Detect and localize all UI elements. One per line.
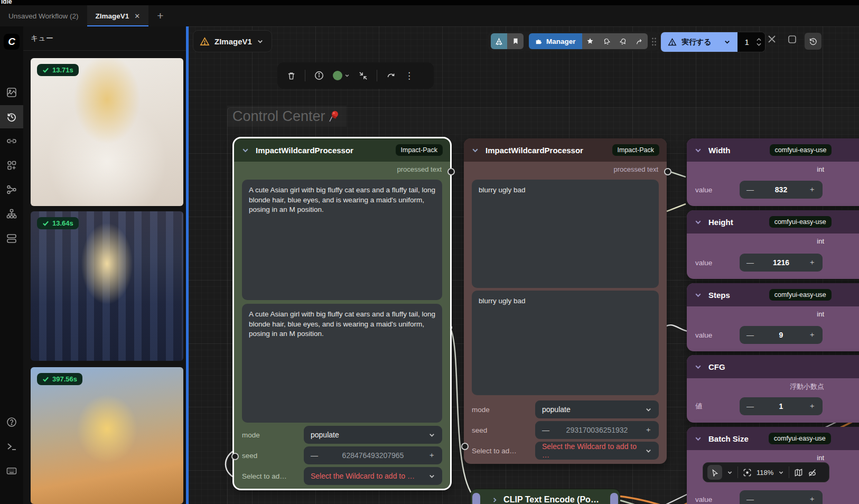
decrement-icon[interactable]: — <box>311 451 318 460</box>
node-link-icon[interactable] <box>0 129 23 153</box>
select-wildcard-dropdown[interactable]: Select the Wildcard to add to … <box>304 467 442 485</box>
decrement-icon[interactable]: — <box>746 331 754 339</box>
gallery-icon[interactable] <box>0 81 23 104</box>
value-stepper[interactable]: — 832 ＋ <box>740 181 823 199</box>
keyboard-shortcuts-icon[interactable] <box>0 459 23 482</box>
decrement-icon[interactable]: — <box>746 185 754 194</box>
tab-zimagev1[interactable]: ZImageV1 ✕ <box>87 5 149 26</box>
mode-label: mode <box>242 431 260 439</box>
node-impact-wildcard-positive[interactable]: ImpactWildcardProcessor Impact-Pack proc… <box>234 138 450 489</box>
value-stepper[interactable]: — 1 ＋ <box>740 397 823 415</box>
count-spinner[interactable] <box>757 38 765 46</box>
bookmark-button[interactable] <box>507 33 524 49</box>
collapse-chevron-icon[interactable] <box>241 146 249 154</box>
fit-view-icon[interactable] <box>743 468 752 477</box>
chevron-down-icon[interactable] <box>727 470 733 475</box>
value-stepper[interactable]: — 1216 ＋ <box>740 254 823 272</box>
minimap-icon[interactable] <box>794 468 803 477</box>
model-library-icon[interactable] <box>0 154 23 177</box>
notification-alt-button[interactable] <box>615 33 631 49</box>
node-canvas[interactable]: Control Center ZImageV1 <box>189 26 859 504</box>
populated-text-area[interactable]: blurry ugly bad <box>472 291 659 395</box>
node-graph-icon[interactable] <box>0 178 23 201</box>
queue-history-icon[interactable] <box>0 105 23 128</box>
canvas-mode-button[interactable] <box>491 33 507 49</box>
collapse-chevron-icon[interactable] <box>694 363 702 371</box>
node-steps[interactable]: Steps comfyui-easy-use int value — 9 ＋ <box>687 283 859 351</box>
tab-unsaved-workflow[interactable]: Unsaved Workflow (2) <box>0 5 87 26</box>
output-connector[interactable] <box>610 493 618 504</box>
queue-result-thumbnail[interactable]: 13.71s <box>31 58 183 206</box>
node-width[interactable]: Width comfyui-easy-use int value — 832 ＋ <box>687 138 859 206</box>
decrement-icon[interactable]: — <box>746 402 754 410</box>
select-tool-button[interactable] <box>707 465 722 480</box>
run-button[interactable]: 実行する <box>661 32 737 52</box>
collapse-chevron-icon[interactable] <box>471 146 479 154</box>
queue-result-thumbnail[interactable]: 13.64s <box>31 211 183 361</box>
wildcard-text-area[interactable]: blurry ugly bad <box>472 180 659 288</box>
notification-button[interactable] <box>599 33 615 49</box>
input-connector[interactable] <box>472 493 480 504</box>
workflow-tree-icon[interactable] <box>0 202 23 226</box>
star-button[interactable] <box>582 33 599 49</box>
stop-icon[interactable] <box>788 35 797 44</box>
mode-dropdown[interactable]: populate <box>304 426 442 444</box>
increment-icon[interactable]: ＋ <box>808 494 816 504</box>
node-color-picker[interactable] <box>333 71 350 80</box>
info-icon[interactable] <box>314 71 324 80</box>
increment-icon[interactable]: ＋ <box>808 330 816 340</box>
seed-stepper[interactable]: — 293170036251932 ＋ <box>535 421 659 439</box>
collapse-chevron-icon[interactable] <box>694 435 702 443</box>
populated-text-area[interactable]: A cute Asian girl with big fluffy cat ea… <box>242 304 442 423</box>
redo-icon[interactable] <box>386 71 396 80</box>
increment-icon[interactable]: ＋ <box>645 425 652 435</box>
workflow-selector[interactable]: ZImageV1 <box>193 30 272 52</box>
node-cfg[interactable]: CFG 浮動小数点 値 — 1 ＋ <box>687 355 859 423</box>
collapse-chevron-icon[interactable] <box>694 291 702 299</box>
expand-chevron-icon[interactable] <box>491 497 498 503</box>
select-wildcard-dropdown[interactable]: Select the Wildcard to add to … <box>535 442 659 460</box>
mode-dropdown[interactable]: populate <box>535 400 659 418</box>
decrement-icon[interactable]: — <box>542 426 549 434</box>
chevron-down-icon[interactable] <box>778 470 784 475</box>
terminal-icon[interactable] <box>0 435 23 458</box>
queue-result-thumbnail[interactable]: 397.56s <box>31 367 183 504</box>
decrement-icon[interactable]: — <box>746 258 754 267</box>
input-socket[interactable] <box>231 453 239 460</box>
increment-icon[interactable]: ＋ <box>808 258 816 267</box>
value-stepper[interactable]: — ＋ <box>740 490 823 504</box>
increment-icon[interactable]: ＋ <box>808 185 816 194</box>
node-height[interactable]: Height comfyui-easy-use int value — 1216… <box>687 210 859 279</box>
node-impact-wildcard-negative[interactable]: ImpactWildcardProcessor Impact-Pack proc… <box>464 138 667 464</box>
zoom-level[interactable]: 118% <box>757 469 773 477</box>
link-visibility-icon[interactable] <box>808 468 817 477</box>
output-socket[interactable] <box>664 168 671 175</box>
output-socket[interactable] <box>447 168 455 175</box>
decrement-icon[interactable]: — <box>746 495 754 503</box>
increment-icon[interactable]: ＋ <box>428 451 435 460</box>
node-header[interactable]: ImpactWildcardProcessor Impact-Pack <box>464 138 667 162</box>
wildcard-text-area[interactable]: A cute Asian girl with big fluffy cat ea… <box>242 180 442 300</box>
collapse-chevron-icon[interactable] <box>694 146 702 154</box>
seed-stepper[interactable]: — 628476493207965 ＋ <box>304 446 442 464</box>
share-button[interactable] <box>631 33 648 49</box>
drag-handle-icon[interactable] <box>651 37 657 46</box>
value-stepper[interactable]: — 9 ＋ <box>740 326 823 344</box>
collapse-chevron-icon[interactable] <box>694 218 702 226</box>
manager-button[interactable]: Manager <box>529 33 582 49</box>
node-clip-text-encode[interactable]: CLIP Text Encode (Po… <box>470 489 620 504</box>
collapse-icon[interactable] <box>359 71 368 80</box>
history-button[interactable] <box>805 33 821 50</box>
input-socket[interactable] <box>461 443 469 450</box>
close-tab-icon[interactable]: ✕ <box>134 12 140 20</box>
increment-icon[interactable]: ＋ <box>808 402 816 411</box>
comfyui-logo[interactable]: C <box>4 34 20 50</box>
delete-icon[interactable] <box>287 71 296 80</box>
help-icon[interactable] <box>0 410 23 434</box>
templates-icon[interactable] <box>0 227 23 250</box>
more-options-icon[interactable]: ⋮ <box>405 70 414 81</box>
new-tab-button[interactable]: + <box>148 5 172 26</box>
node-header[interactable]: ImpactWildcardProcessor Impact-Pack <box>234 138 450 162</box>
cancel-run-icon[interactable] <box>767 34 777 44</box>
batch-count-input[interactable]: 1 <box>737 32 765 52</box>
